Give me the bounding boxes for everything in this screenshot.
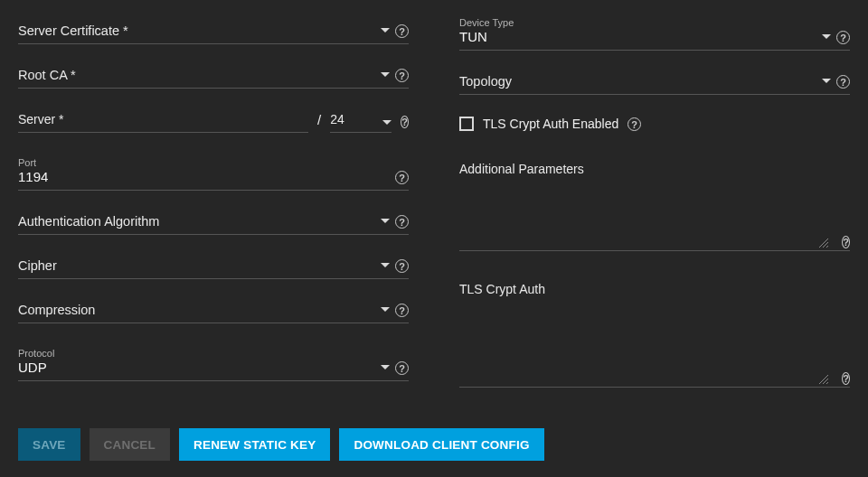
help-icon[interactable]: ? [395,259,409,273]
help-icon[interactable]: ? [395,24,409,38]
chevron-down-icon [381,219,390,223]
protocol-select[interactable]: UDP ? [18,360,409,381]
field-label: Server * [18,112,64,126]
field-label: Compression [18,303,375,317]
tls-crypt-auth-textarea[interactable] [459,300,850,388]
server-cidr-select[interactable]: 24 [330,112,392,133]
device-type-select[interactable]: TUN ? [459,29,850,51]
field-label: Server Certificate * [18,23,375,38]
auth-algorithm-select[interactable]: Authentication Algorithm ? [18,214,409,235]
chevron-down-icon [381,263,390,267]
server-certificate-select[interactable]: Server Certificate * ? [18,23,409,44]
renew-static-key-button[interactable]: RENEW STATIC KEY [179,428,330,461]
tls-crypt-auth-enabled-checkbox[interactable] [459,117,474,131]
chevron-down-icon [381,72,390,77]
resize-handle-icon[interactable] [819,375,828,384]
port-input[interactable]: 1194 ? [18,169,409,191]
chevron-down-icon [822,79,831,83]
help-icon[interactable]: ? [395,171,409,184]
cancel-button[interactable]: CANCEL [90,428,170,461]
additional-parameters-textarea[interactable] [459,180,850,251]
help-icon[interactable]: ? [836,75,850,89]
help-icon[interactable]: ? [627,117,641,131]
field-label: Cipher [18,258,375,273]
help-icon[interactable]: ? [395,361,409,375]
cipher-select[interactable]: Cipher ? [18,258,409,279]
topology-select[interactable]: Topology ? [459,74,850,95]
device-type-value: TUN [459,29,816,44]
protocol-label: Protocol [18,347,409,360]
help-icon[interactable]: ? [395,215,409,229]
tls-crypt-auth-label: TLS Crypt Auth [459,282,850,296]
field-label: Root CA * [18,68,375,82]
root-ca-select[interactable]: Root CA * ? [18,68,409,89]
right-column: Device Type TUN ? Topology ? [459,11,850,408]
chevron-down-icon [381,28,390,33]
field-label: Authentication Algorithm [18,214,375,229]
chevron-down-icon [381,365,390,369]
help-icon[interactable]: ? [842,372,850,385]
additional-parameters-label: Additional Parameters [459,162,850,176]
cidr-divider: / [317,112,321,133]
protocol-value: UDP [18,360,375,375]
chevron-down-icon [381,307,390,312]
checkbox-label: TLS Crypt Auth Enabled [483,117,618,131]
field-label: Topology [459,74,816,89]
help-icon[interactable]: ? [395,69,409,82]
compression-select[interactable]: Compression ? [18,303,409,323]
action-buttons: SAVE CANCEL RENEW STATIC KEY DOWNLOAD CL… [18,428,850,461]
help-icon[interactable]: ? [836,31,850,44]
help-icon[interactable]: ? [401,116,409,128]
port-label: Port [18,156,409,169]
help-icon[interactable]: ? [395,304,409,317]
chevron-down-icon [382,120,392,125]
help-icon[interactable]: ? [842,236,850,248]
device-type-label: Device Type [459,16,850,29]
save-button[interactable]: SAVE [18,428,80,461]
left-column: Server Certificate * ? Root CA * ? [18,11,409,408]
cidr-value: 24 [330,112,344,126]
download-client-config-button[interactable]: DOWNLOAD CLIENT CONFIG [339,428,543,461]
port-value: 1194 [18,169,390,184]
resize-handle-icon[interactable] [819,238,828,248]
chevron-down-icon [822,34,831,39]
server-input[interactable]: Server * [18,112,308,133]
